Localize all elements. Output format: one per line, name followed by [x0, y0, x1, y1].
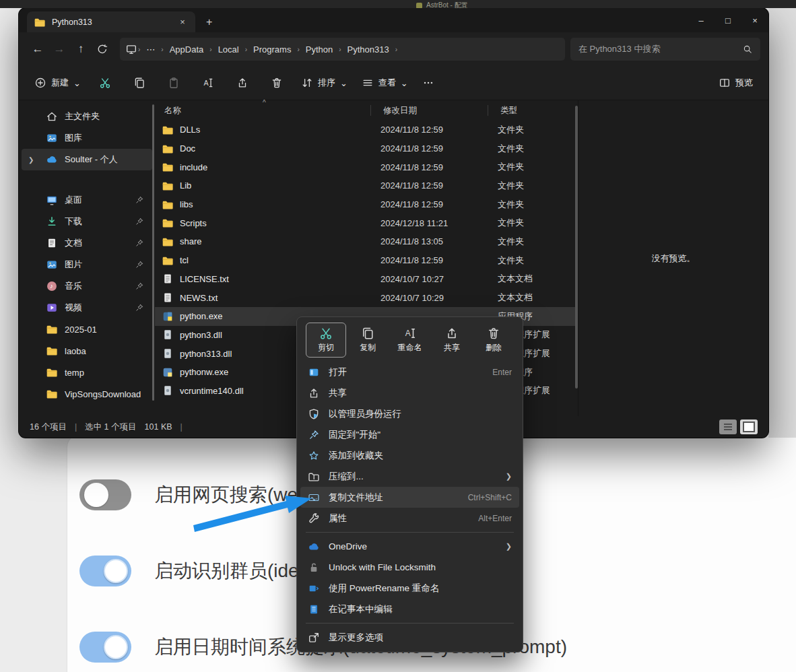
- new-button[interactable]: 新建⌄: [30, 73, 86, 93]
- file-row-lib[interactable]: Lib2024/11/8 12:59文件夹: [155, 176, 578, 195]
- refresh-button[interactable]: [92, 38, 113, 60]
- maximize-button[interactable]: □: [715, 8, 741, 32]
- file-row-libs[interactable]: libs2024/11/8 12:59文件夹: [155, 195, 578, 214]
- up-button[interactable]: ↑: [70, 38, 92, 60]
- quick-rename-button[interactable]: A重命名: [390, 323, 430, 358]
- menu-item-shortcut: Enter: [492, 368, 512, 377]
- folder-icon: [46, 323, 58, 335]
- breadcrumb-item[interactable]: Programs: [248, 42, 296, 57]
- sidebar-item-temp[interactable]: temp: [22, 362, 152, 383]
- menu-item-star[interactable]: 添加到收藏夹: [300, 445, 519, 466]
- sidebar-item-vipsongsdownload[interactable]: VipSongsDownload: [22, 383, 152, 405]
- file-row-doc[interactable]: Doc2024/11/8 12:59文件夹: [155, 139, 578, 158]
- view-label: 查看: [378, 77, 396, 89]
- menu-item-pin2[interactable]: 固定到"开始": [300, 424, 519, 445]
- file-row-license-txt[interactable]: LICENSE.txt2024/10/7 10:27文本文档: [155, 270, 578, 289]
- breadcrumb-item[interactable]: AppData: [164, 42, 209, 57]
- new-tab-button[interactable]: +: [206, 16, 212, 28]
- quick-copy-button[interactable]: 复制: [347, 323, 388, 358]
- breadcrumb-separator: ›: [160, 46, 164, 53]
- tab-close-icon[interactable]: ×: [176, 17, 189, 27]
- file-row-include[interactable]: include2024/11/8 12:59文件夹: [155, 158, 578, 176]
- details-view-button[interactable]: [719, 419, 737, 434]
- breadcrumb-item[interactable]: Local: [213, 42, 244, 57]
- breadcrumb-item[interactable]: Python: [300, 42, 338, 57]
- menu-item-share[interactable]: 共享: [300, 382, 519, 403]
- sidebar-item--[interactable]: ♪音乐: [22, 275, 152, 297]
- more-toolbar-button[interactable]: [418, 73, 439, 93]
- breadcrumb-item[interactable]: ⋯: [141, 42, 160, 57]
- sidebar-item--[interactable]: 下载: [22, 211, 152, 232]
- quick-share-button[interactable]: 共享: [432, 323, 472, 358]
- sidebar-item--[interactable]: 主文件夹: [22, 106, 152, 127]
- sidebar-gap: [19, 170, 155, 189]
- close-button[interactable]: ×: [741, 8, 768, 32]
- large-icons-view-button[interactable]: [740, 419, 758, 434]
- menu-item-lock[interactable]: Unlock with File Locksmith: [300, 557, 519, 578]
- breadcrumb-item[interactable]: Python313: [342, 42, 395, 57]
- pin-icon: [135, 281, 144, 291]
- rename-button[interactable]: A: [197, 73, 219, 93]
- menu-item-more[interactable]: 显示更多选项: [300, 627, 519, 648]
- file-row-tcl[interactable]: tcl2024/11/8 12:59文件夹: [155, 251, 578, 270]
- view-button[interactable]: 查看⌄: [357, 73, 413, 93]
- sidebar-item--[interactable]: 视频: [22, 297, 152, 318]
- quick-trash-button[interactable]: 删除: [473, 323, 514, 358]
- column-header-name[interactable]: 名称: [155, 105, 383, 116]
- file-type: 文件夹: [498, 161, 572, 173]
- sidebar-scrollbar[interactable]: [152, 104, 154, 401]
- menu-item-copypath[interactable]: 复制文件地址Ctrl+Shift+C: [300, 487, 519, 508]
- cut-button[interactable]: [94, 73, 116, 93]
- column-header-type[interactable]: 类型: [500, 105, 574, 116]
- menu-item-label: 压缩到...: [329, 471, 364, 483]
- menu-item-powerrename[interactable]: 使用 PowerRename 重命名: [300, 578, 519, 599]
- menu-item-cloud2[interactable]: OneDrive❯: [300, 536, 519, 557]
- toggle-datetime-prompt[interactable]: [79, 632, 131, 663]
- sidebar-item-laoba[interactable]: laoba: [22, 340, 152, 362]
- explorer-tab[interactable]: Python313 ×: [27, 11, 195, 32]
- folder-icon: [46, 366, 58, 378]
- home-icon: [46, 110, 58, 123]
- selection-size: 101 KB: [145, 422, 172, 432]
- quick-cut-button[interactable]: 剪切: [306, 323, 346, 358]
- back-button[interactable]: ←: [27, 38, 48, 60]
- file-date: 2024/11/8 12:59: [380, 255, 498, 265]
- sidebar-item--[interactable]: 图库: [22, 127, 152, 149]
- sidebar-item--[interactable]: 文档: [22, 232, 152, 254]
- sort-button[interactable]: 排序⌄: [296, 73, 352, 93]
- preview-button[interactable]: 预览: [714, 73, 758, 93]
- menu-item-notepad[interactable]: 在记事本中编辑: [300, 599, 519, 619]
- paste-button[interactable]: [163, 73, 185, 93]
- sidebar-item-2025-01[interactable]: 2025-01: [22, 318, 152, 340]
- file-row-scripts[interactable]: Scripts2024/12/18 11:21文件夹: [155, 213, 578, 232]
- menu-item-shield[interactable]: 以管理员身份运行: [300, 403, 519, 424]
- breadcrumb-separator: ›: [296, 46, 300, 53]
- share-button[interactable]: [232, 73, 253, 93]
- forward-button[interactable]: →: [48, 38, 70, 60]
- copy-icon: [361, 327, 374, 340]
- file-name: include: [155, 161, 380, 173]
- toggle-identify-members[interactable]: [79, 556, 131, 586]
- sidebar-item--[interactable]: 桌面: [22, 189, 152, 211]
- file-name: Doc: [155, 143, 380, 155]
- browser-tab-title: AstrBot - 配置: [426, 1, 468, 8]
- menu-item-zip[interactable]: 压缩到...❯: [300, 466, 519, 487]
- file-list-scrollbar[interactable]: [575, 106, 578, 389]
- menu-item-openapp[interactable]: 打开Enter: [300, 362, 519, 382]
- context-menu: 剪切复制A重命名共享删除 打开Enter共享以管理员身份运行固定到"开始"添加到…: [296, 316, 523, 652]
- cloud-icon: [46, 154, 58, 166]
- quick-action-label: 复制: [360, 342, 376, 354]
- file-date: 2024/11/8 12:59: [380, 143, 498, 154]
- sidebar-item-soulter---[interactable]: ❯Soulter - 个人: [22, 149, 152, 170]
- search-box[interactable]: 在 Python313 中搜索: [570, 38, 760, 61]
- file-row-share[interactable]: share2024/11/8 13:05文件夹: [155, 232, 578, 251]
- menu-item-wrench[interactable]: 属性Alt+Enter: [300, 508, 519, 529]
- copy-button[interactable]: [129, 73, 150, 93]
- sidebar-item--[interactable]: 图片: [22, 254, 152, 275]
- delete-button[interactable]: [266, 73, 288, 93]
- file-row-dlls[interactable]: DLLs2024/11/8 12:59文件夹: [155, 121, 578, 139]
- file-row-news-txt[interactable]: NEWS.txt2024/10/7 10:29文本文档: [155, 288, 578, 307]
- toggle-web-search[interactable]: [79, 479, 131, 510]
- column-header-date[interactable]: 修改日期: [383, 105, 500, 116]
- minimize-button[interactable]: –: [688, 8, 715, 32]
